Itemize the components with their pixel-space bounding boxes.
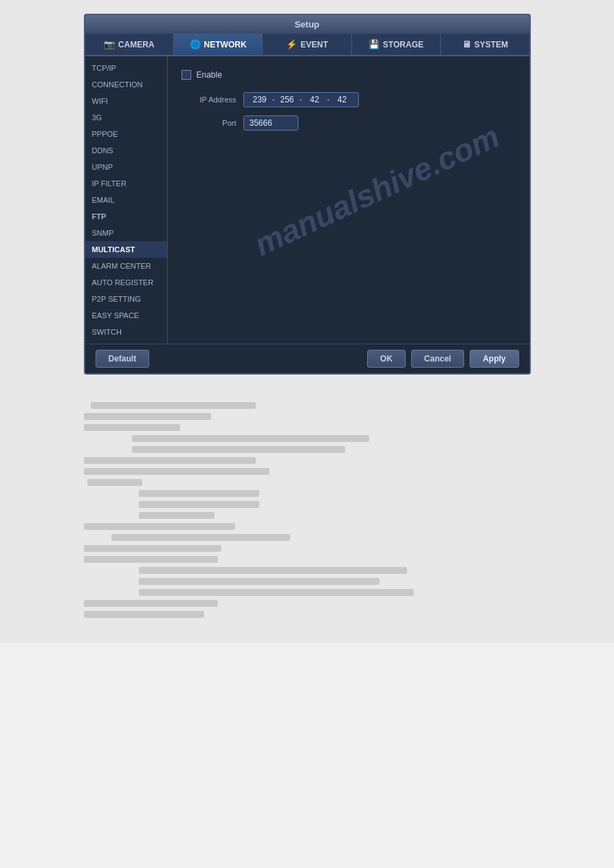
port-label: Port (182, 119, 237, 127)
text-line (139, 567, 407, 574)
ip-octet3[interactable] (305, 95, 325, 104)
text-line (132, 435, 369, 442)
ip-address-label: IP Address (182, 96, 237, 104)
setup-dialog: Setup 📷 CAMERA 🌐 NETWORK ⚡ EVENT 💾 STO (84, 14, 531, 375)
text-line (139, 501, 259, 508)
text-line (84, 611, 204, 618)
text-line (87, 479, 142, 486)
sidebar-item-switch[interactable]: SWITCH (85, 324, 167, 340)
sidebar-item-upnp[interactable]: UPNP (85, 159, 167, 175)
port-input[interactable] (243, 115, 298, 131)
text-line (91, 402, 256, 409)
text-line (111, 534, 290, 541)
text-line (84, 413, 211, 420)
enable-label: Enable (197, 70, 222, 80)
text-line (84, 545, 221, 552)
tab-event-label: EVENT (300, 40, 328, 49)
network-icon: 🌐 (190, 39, 201, 49)
cancel-button[interactable]: Cancel (411, 350, 464, 368)
sidebar-item-autoregister[interactable]: AUTO REGISTER (85, 274, 167, 291)
text-line (139, 578, 380, 585)
dialog-title: Setup (85, 15, 529, 34)
tab-event[interactable]: ⚡ EVENT (263, 34, 351, 55)
sidebar-item-alarmcenter[interactable]: ALARM CENTER (85, 258, 167, 274)
ip-octet4[interactable] (332, 95, 353, 104)
tab-network[interactable]: 🌐 NETWORK (174, 34, 263, 55)
sidebar-item-ipfilter[interactable]: IP FILTER (85, 175, 167, 192)
sidebar-item-ftp[interactable]: FTP (85, 208, 167, 225)
ip-octet1[interactable] (250, 95, 270, 104)
system-icon: 🖥 (462, 39, 471, 49)
ok-button[interactable]: OK (367, 350, 406, 368)
text-line (132, 446, 345, 453)
sidebar-item-email[interactable]: EMAIL (85, 192, 167, 208)
tab-camera-label: CAMERA (118, 40, 155, 49)
tab-network-label: NETWORK (204, 40, 247, 49)
event-icon: ⚡ (286, 39, 297, 49)
default-button[interactable]: Default (96, 350, 150, 368)
enable-row: Enable (182, 70, 516, 80)
text-lines-area (84, 395, 531, 629)
text-line (84, 600, 218, 607)
sidebar-item-multicast[interactable]: MULTICAST (85, 241, 167, 258)
sidebar-item-p2psetting[interactable]: P2P SETTING (85, 291, 167, 307)
sidebar-item-snmp[interactable]: SNMP (85, 225, 167, 241)
ip-octet2[interactable] (277, 95, 298, 104)
port-row: Port (182, 115, 516, 131)
sidebar-item-3g[interactable]: 3G (85, 109, 167, 126)
sidebar-item-ddns[interactable]: DDNS (85, 142, 167, 159)
text-line (139, 490, 259, 497)
text-line (84, 556, 218, 563)
text-line (84, 523, 235, 530)
apply-button[interactable]: Apply (470, 350, 518, 368)
enable-checkbox[interactable] (182, 70, 191, 80)
sidebar-item-easyspace[interactable]: EASY SPACE (85, 307, 167, 324)
tab-storage[interactable]: 💾 STORAGE (352, 34, 441, 55)
sidebar-item-connection[interactable]: CONNECTION (85, 76, 167, 93)
storage-icon: 💾 (369, 39, 380, 49)
ip-dot-3: - (327, 95, 330, 104)
tab-bar: 📷 CAMERA 🌐 NETWORK ⚡ EVENT 💾 STORAGE 🖥 (85, 34, 529, 56)
main-content: TCP/IP CONNECTION WIFI 3G PPPOE DDNS UPN… (85, 56, 529, 344)
text-line (84, 457, 256, 464)
text-line (139, 512, 215, 519)
sidebar-item-pppoe[interactable]: PPPOE (85, 126, 167, 142)
bottom-bar: Default OK Cancel Apply (85, 344, 529, 373)
ip-input-group[interactable]: - - - (243, 92, 359, 107)
ip-dot-1: - (272, 95, 275, 104)
sidebar-item-tcpip[interactable]: TCP/IP (85, 60, 167, 76)
ip-dot-2: - (300, 95, 303, 104)
tab-system-label: SYSTEM (474, 40, 508, 49)
action-buttons: OK Cancel Apply (367, 350, 519, 368)
text-line (139, 589, 414, 596)
text-line (84, 468, 270, 475)
sidebar: TCP/IP CONNECTION WIFI 3G PPPOE DDNS UPN… (85, 56, 168, 344)
sidebar-item-wifi[interactable]: WIFI (85, 93, 167, 109)
ip-address-row: IP Address - - - (182, 92, 516, 107)
tab-system[interactable]: 🖥 SYSTEM (441, 34, 529, 55)
content-panel: Enable IP Address - - - (168, 56, 529, 344)
tab-camera[interactable]: 📷 CAMERA (85, 34, 174, 55)
text-line (84, 424, 180, 431)
tab-storage-label: STORAGE (383, 40, 424, 49)
camera-icon: 📷 (104, 39, 115, 49)
